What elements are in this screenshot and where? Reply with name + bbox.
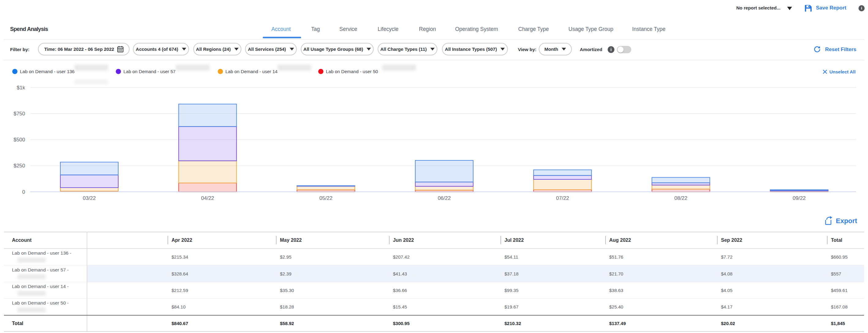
- svg-text:09/22: 09/22: [793, 195, 806, 201]
- svg-text:08/22: 08/22: [675, 195, 688, 201]
- svg-text:03/22: 03/22: [83, 195, 96, 201]
- svg-text:0: 0: [22, 189, 25, 195]
- svg-text:04/22: 04/22: [201, 195, 214, 201]
- svg-text:06/22: 06/22: [438, 195, 451, 201]
- svg-text:$1k: $1k: [17, 85, 25, 91]
- svg-text:07/22: 07/22: [556, 195, 569, 201]
- svg-text:$500: $500: [13, 137, 25, 143]
- svg-text:05/22: 05/22: [319, 195, 333, 201]
- svg-text:$250: $250: [13, 163, 25, 169]
- svg-text:$750: $750: [13, 111, 25, 116]
